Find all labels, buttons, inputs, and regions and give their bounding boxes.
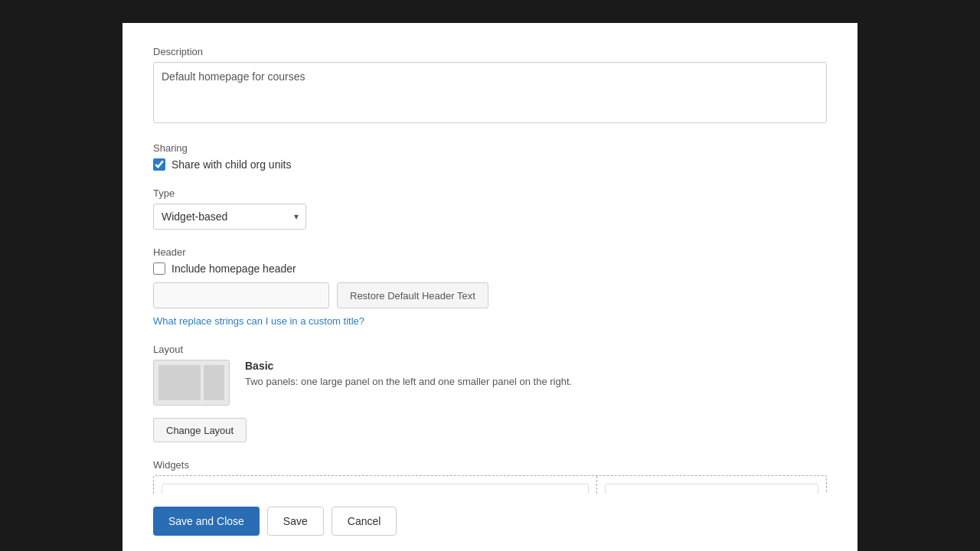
description-section: Description [153, 46, 827, 126]
restore-default-button[interactable]: Restore Default Header Text [337, 282, 488, 308]
sharing-checkbox-label: Share with child org units [172, 158, 291, 171]
cancel-button[interactable]: Cancel [332, 507, 397, 536]
layout-preview [153, 360, 230, 406]
description-input[interactable] [153, 62, 827, 123]
header-checkbox-label: Include homepage header [172, 262, 296, 275]
replace-strings-link[interactable]: What replace strings can I use in a cust… [153, 315, 364, 327]
type-label: Type [153, 187, 827, 199]
layout-row: Basic Two panels: one large panel on the… [153, 360, 827, 406]
header-checkbox[interactable] [153, 262, 165, 275]
change-layout-button[interactable]: Change Layout [153, 418, 247, 442]
header-text-input[interactable] [153, 282, 329, 308]
sharing-row: Share with child org units [153, 158, 827, 171]
header-input-row: Restore Default Header Text [153, 282, 827, 308]
layout-panel-small [204, 365, 224, 400]
type-select-wrapper: Widget-based URL-based ▾ [153, 204, 306, 230]
layout-description: Two panels: one large panel on the left … [245, 375, 572, 389]
page-container: Description Sharing Share with child org… [0, 0, 980, 551]
footer-bar: Save and Close Save Cancel [153, 494, 827, 551]
layout-label: Layout [153, 344, 827, 355]
sharing-checkbox[interactable] [153, 158, 165, 171]
sharing-section: Sharing Share with child org units [153, 142, 827, 171]
save-button[interactable]: Save [267, 507, 324, 536]
type-section: Type Widget-based URL-based ▾ [153, 187, 827, 230]
save-and-close-button[interactable]: Save and Close [153, 507, 260, 536]
type-select[interactable]: Widget-based URL-based [153, 204, 306, 230]
header-label: Header [153, 246, 827, 258]
layout-panel-large [158, 365, 201, 400]
widgets-label: Widgets [153, 459, 827, 471]
description-label: Description [153, 46, 827, 57]
header-checkbox-row: Include homepage header [153, 262, 827, 275]
layout-info: Basic Two panels: one large panel on the… [245, 360, 572, 389]
main-panel: Description Sharing Share with child org… [122, 23, 858, 551]
sharing-label: Sharing [153, 142, 827, 154]
header-section: Header Include homepage header Restore D… [153, 246, 827, 327]
layout-name: Basic [245, 360, 572, 372]
layout-section: Layout Basic Two panels: one large panel… [153, 344, 827, 442]
